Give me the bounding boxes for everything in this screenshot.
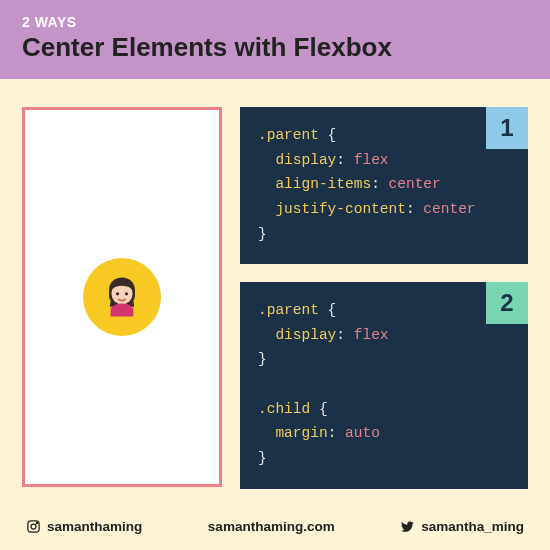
code-card-2: 2.parent { display: flex } .child { marg… bbox=[240, 282, 528, 488]
website-url: samanthaming.com bbox=[208, 519, 335, 534]
css-prop: display bbox=[275, 327, 336, 343]
demo-panel bbox=[22, 107, 222, 487]
twitter-handle: samantha_ming bbox=[400, 519, 524, 534]
css-selector: .parent bbox=[258, 127, 319, 143]
header: 2 WAYS Center Elements with Flexbox bbox=[0, 0, 550, 79]
svg-point-1 bbox=[116, 292, 119, 295]
css-selector: .child bbox=[258, 401, 310, 417]
website-text: samanthaming.com bbox=[208, 519, 335, 534]
instagram-handle: samanthaming bbox=[26, 519, 142, 534]
avatar bbox=[83, 258, 161, 336]
css-value: center bbox=[389, 176, 441, 192]
css-prop: align-items bbox=[275, 176, 371, 192]
code-column: 1.parent { display: flex align-items: ce… bbox=[240, 107, 528, 497]
css-value: center bbox=[423, 201, 475, 217]
person-icon bbox=[96, 271, 148, 323]
card-number-badge: 1 bbox=[486, 107, 528, 149]
css-selector: .parent bbox=[258, 302, 319, 318]
twitter-text: samantha_ming bbox=[421, 519, 524, 534]
main-content: 1.parent { display: flex align-items: ce… bbox=[0, 79, 550, 507]
css-value: flex bbox=[354, 327, 389, 343]
page-title: Center Elements with Flexbox bbox=[22, 32, 528, 63]
css-prop: justify-content bbox=[275, 201, 406, 217]
instagram-icon bbox=[26, 519, 41, 534]
svg-point-4 bbox=[31, 524, 36, 529]
footer: samanthaming samanthaming.com samantha_m… bbox=[0, 507, 550, 550]
css-prop: margin bbox=[275, 425, 327, 441]
svg-point-2 bbox=[125, 292, 128, 295]
eyebrow: 2 WAYS bbox=[22, 14, 528, 30]
css-value: flex bbox=[354, 152, 389, 168]
svg-point-5 bbox=[36, 522, 37, 523]
twitter-icon bbox=[400, 519, 415, 534]
card-number-badge: 2 bbox=[486, 282, 528, 324]
code-card-1: 1.parent { display: flex align-items: ce… bbox=[240, 107, 528, 264]
css-value: auto bbox=[345, 425, 380, 441]
css-prop: display bbox=[275, 152, 336, 168]
instagram-text: samanthaming bbox=[47, 519, 142, 534]
